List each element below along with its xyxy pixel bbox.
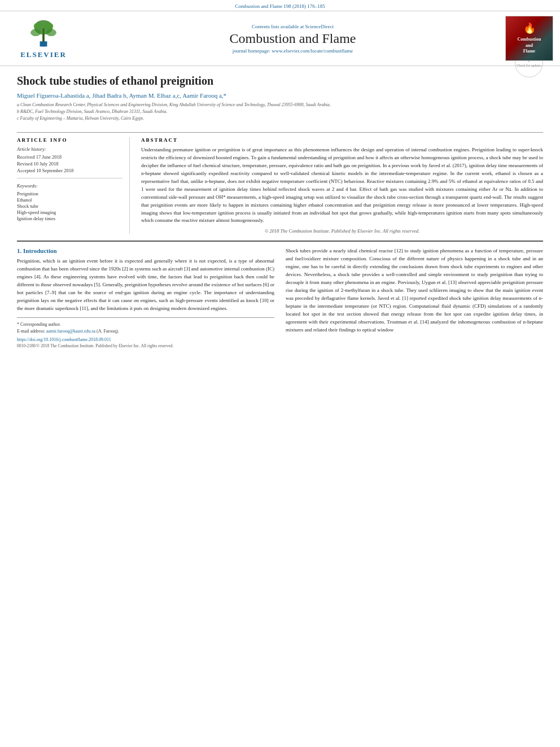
svg-point-4 [46,29,56,36]
journal-cover-image: 🔥 Combustion and Flame [505,16,553,61]
introduction-paragraph-right: Shock tubes provide a nearly ideal chemi… [286,247,543,334]
affiliation-a: a Clean Combustion Research Center, Phys… [17,102,515,108]
keyword-1: Preignition [17,191,123,196]
keywords-label: Keywords: [17,183,123,189]
svg-point-3 [30,29,41,36]
introduction-paragraph-left: Preignition, which is an ignition event … [17,257,274,313]
introduction-title: 1. Introduction [17,247,274,254]
accepted-date: Accepted 10 September 2018 [17,168,123,173]
revised-date: Revised 10 July 2018 [17,161,123,167]
journal-title: Combustion and Flame [80,31,505,46]
keyword-5: Ignition delay times [17,216,123,221]
keywords-section: Keywords: Preignition Ethanol Shock tube… [17,183,123,221]
svg-point-5 [34,23,43,29]
article-info-column: ARTICLE INFO Article history: Received 1… [17,137,130,234]
journal-reference: Combustion and Flame 198 (2018) 176–185 [0,0,560,11]
elsevier-tree-icon [18,18,69,49]
svg-point-6 [44,23,54,29]
cover-title-line3: Flame [523,49,535,54]
affiliations: a Clean Combustion Research Center, Phys… [17,102,515,122]
header-center: Contents lists available at ScienceDirec… [80,24,505,54]
doi-link[interactable]: https://doi.org/10.1016/j.combustflame.2… [17,337,274,342]
affiliation-c: c Faculty of Engineering – Mattaria, Hel… [17,115,515,122]
cover-title-line1: Combustion [518,37,541,42]
divider [17,178,123,178]
keyword-2: Ethanol [17,197,123,203]
journal-homepage[interactable]: journal homepage: www.elsevier.com/locat… [80,48,505,54]
article-title: Shock tube studies of ethanol preignitio… [17,75,515,88]
elsevier-logo: ELSEVIER [7,18,80,59]
cover-title-line2: and [526,43,533,49]
rights-reserved: 0010-2180/© 2018 The Combustion Institut… [17,343,274,348]
article-info-heading: ARTICLE INFO [17,137,123,143]
received-date: Received 17 June 2018 [17,154,123,160]
flame-icon: 🔥 [523,22,536,34]
footnote-section: * Corresponding author. E-mail address: … [17,317,274,335]
keyword-3: Shock tube [17,203,123,209]
elsevier-brand-text: ELSEVIER [20,50,67,59]
keyword-4: High-speed imaging [17,209,123,215]
journal-header: ELSEVIER Contents lists available at Sci… [0,11,560,66]
history-label: Article history: [17,146,123,152]
abstract-text: Understanding premature ignition or prei… [141,146,543,225]
abstract-column: ABSTRACT Understanding premature ignitio… [141,137,543,234]
sciencedirect-link[interactable]: Contents lists available at ScienceDirec… [80,24,505,29]
affiliation-b: b R&DC, Fuel Technology Division, Saudi … [17,108,515,115]
email-footnote: E-mail address: aamir.farooq@kaust.edu.s… [17,328,274,335]
article-info-abstract-section: ARTICLE INFO Article history: Received 1… [17,132,543,234]
abstract-heading: ABSTRACT [141,137,543,143]
introduction-right-col: Shock tubes provide a nearly ideal chemi… [286,247,543,348]
introduction-left-col: 1. Introduction Preignition, which is an… [17,247,274,348]
corresponding-author-label: * Corresponding author. [17,321,274,328]
copyright-notice: © 2018 The Combustion Institute. Publish… [141,228,543,234]
main-content: Shock tube studies of ethanol preignitio… [0,66,560,354]
author-list: Miguel Figueroa-Labastida a, Jihad Badra… [17,92,515,99]
email-link[interactable]: aamir.farooq@kaust.edu.sa [46,329,95,334]
svg-point-7 [42,43,45,46]
introduction-section: 1. Introduction Preignition, which is an… [17,241,543,348]
